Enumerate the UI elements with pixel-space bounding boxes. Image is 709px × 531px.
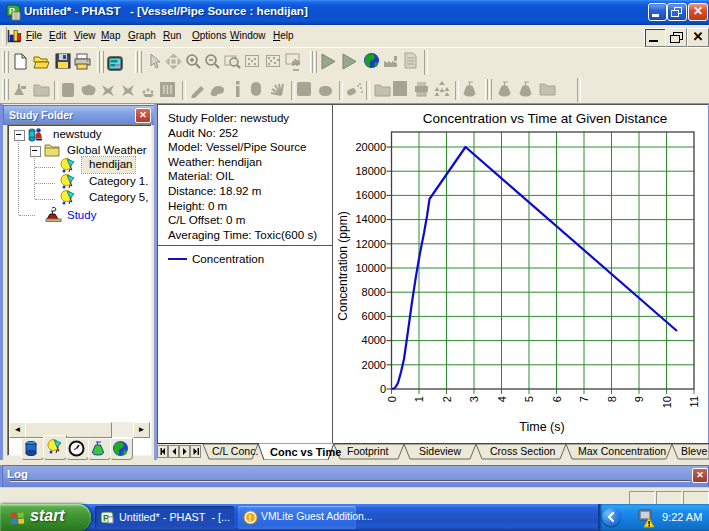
svg-text:Conc vs Time: Conc vs Time bbox=[270, 446, 341, 458]
svg-text:8: 8 bbox=[606, 396, 618, 402]
svg-text:6: 6 bbox=[551, 396, 563, 402]
svg-text:20000: 20000 bbox=[355, 141, 386, 153]
svg-text:8000: 8000 bbox=[362, 286, 386, 298]
svg-text:18000: 18000 bbox=[355, 165, 386, 177]
svg-text:!: ! bbox=[249, 513, 252, 523]
svg-text:0: 0 bbox=[386, 396, 398, 402]
svg-text:4000: 4000 bbox=[362, 334, 386, 346]
svg-text:5: 5 bbox=[523, 396, 535, 402]
svg-text:C/L Conc.: C/L Conc. bbox=[212, 445, 258, 457]
svg-text:Footprint: Footprint bbox=[347, 445, 389, 457]
svg-text:Concentration vs Time at Given: Concentration vs Time at Given Distance bbox=[423, 111, 668, 126]
svg-text:2000: 2000 bbox=[362, 359, 386, 371]
svg-text:Cross Section: Cross Section bbox=[490, 445, 556, 457]
svg-text:9: 9 bbox=[633, 396, 645, 402]
svg-text:14000: 14000 bbox=[355, 213, 386, 225]
svg-text:6000: 6000 bbox=[362, 310, 386, 322]
svg-text:Time (s): Time (s) bbox=[519, 420, 564, 434]
svg-text:Sideview: Sideview bbox=[419, 445, 461, 457]
svg-text:0: 0 bbox=[380, 383, 386, 395]
svg-text:16000: 16000 bbox=[355, 189, 386, 201]
svg-text:2: 2 bbox=[441, 396, 453, 402]
svg-text:7: 7 bbox=[578, 396, 590, 402]
svg-text:10: 10 bbox=[661, 396, 673, 408]
svg-text:Max Concentration: Max Concentration bbox=[578, 445, 666, 457]
svg-text:12000: 12000 bbox=[355, 238, 386, 250]
svg-text:1: 1 bbox=[413, 396, 425, 402]
svg-text:11: 11 bbox=[688, 396, 700, 407]
svg-text:4: 4 bbox=[496, 396, 508, 402]
svg-text:10000: 10000 bbox=[355, 262, 386, 274]
svg-text:Bleve: Bleve bbox=[681, 445, 707, 457]
svg-text:Concentration (ppm): Concentration (ppm) bbox=[336, 211, 350, 320]
svg-text:3: 3 bbox=[468, 396, 480, 402]
